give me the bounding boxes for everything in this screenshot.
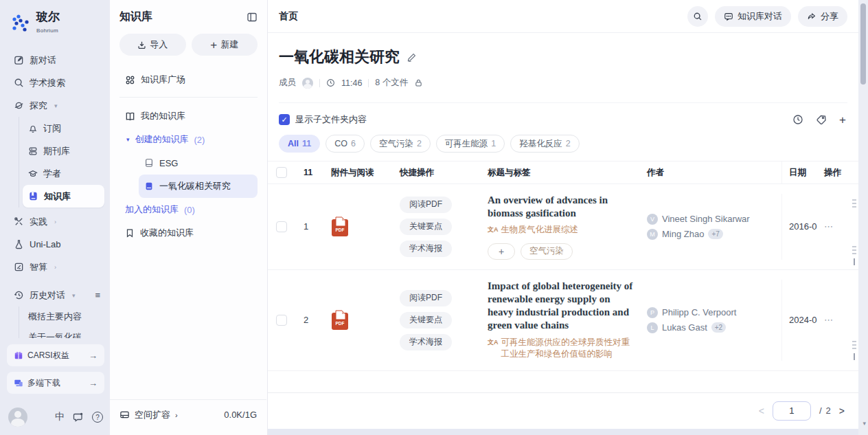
history-list-icon[interactable]: ≡ [95,290,100,300]
total-pages: 2 [826,405,831,416]
kb-plaza-item[interactable]: 知识库广场 [119,68,258,91]
favorite-kb-item[interactable]: 收藏的知识库 [119,221,258,245]
read-pdf-button[interactable]: 阅读PDF [400,290,452,306]
kb-item-esg[interactable]: ESG [139,151,258,175]
tag-pill[interactable]: 空气污染 [521,243,573,260]
sort-time-icon[interactable] [792,114,803,125]
table-row[interactable]: 2 PDF 阅读PDF 关键要点 学术海报 Impact of global h… [268,270,858,371]
collapse-panel-icon[interactable] [247,12,258,23]
prev-page-button[interactable]: < [759,405,764,416]
sidebar-item-practice[interactable]: 实践 › [8,210,104,233]
plaza-grid-icon [125,75,135,85]
select-all-checkbox[interactable] [276,167,287,178]
multi-device-download-button[interactable]: 多端下载 → [7,372,104,394]
more-authors-badge[interactable]: +7 [708,229,722,239]
scrollbar-down-arrow[interactable]: ▾ [863,420,866,427]
academic-poster-button[interactable]: 学术海报 [400,241,452,257]
promo-label: 多端下载 [27,377,84,389]
key-points-button[interactable]: 关键要点 [400,312,452,328]
filter-chip-air-pollution[interactable]: 空气污染 2 [370,135,431,153]
table-row[interactable]: 1 PDF 阅读PDF 关键要点 学术海报 An overview of adv… [268,184,858,270]
import-icon [137,41,146,49]
joined-kb-section[interactable]: 加入的知识库 (0) [119,198,258,221]
expand-storage-label: 空间扩容 [135,409,170,421]
sidebar-item-subscribe[interactable]: 订阅 [23,117,104,140]
tag-icon[interactable] [816,114,827,125]
clipped-column-hint [854,353,855,360]
author-name[interactable]: Lukas Gast [662,322,707,333]
import-button[interactable]: 导入 [119,34,186,56]
filter-chip-all[interactable]: All 11 [279,135,320,153]
row-checkbox[interactable] [276,315,287,326]
sidebar-item-unilab[interactable]: Uni-Lab [8,233,104,256]
search-button[interactable] [687,6,708,27]
sidebar-item-scholars[interactable]: 学者 [23,162,104,185]
share-button[interactable]: 分享 [798,6,847,27]
row-more-menu[interactable]: ⋯ [824,221,856,232]
paper-title[interactable]: Impact of global heterogeneity of renewa… [488,280,637,333]
feedback-chat-icon[interactable] [73,412,84,423]
show-subfolders-checkbox[interactable]: ✓ 显示子文件夹内容 [279,113,367,126]
sidebar-item-computing[interactable]: 智算 › [8,256,104,278]
sidebar-item-new-chat[interactable]: 新对话 [8,49,104,71]
paper-title-translated[interactable]: 文A 可再生能源供应的全球异质性对重工业生产和绿色价值链的影响 [488,337,637,361]
read-pdf-button[interactable]: 阅读PDF [400,197,452,213]
page-number-input[interactable] [773,401,811,421]
expand-storage-button[interactable]: 空间扩容 › [119,409,178,421]
edit-title-icon[interactable] [407,52,417,63]
brand-name: 玻尔 [36,11,60,23]
add-file-icon[interactable]: + [839,114,846,126]
my-kb-label: 我的知识库 [141,110,185,122]
vertical-scrollbar[interactable]: ▾ [858,0,868,435]
paper-title[interactable]: An overview of advances in biomass gasif… [488,194,637,220]
sidebar-item-journals[interactable]: 期刊库 [23,140,104,162]
user-avatar[interactable] [8,408,27,427]
member-avatar[interactable] [302,78,313,89]
filter-chip-renewable[interactable]: 可再生能源 1 [436,135,505,153]
my-kb-item[interactable]: 我的知识库 [119,104,258,128]
filter-chip-co[interactable]: CO 6 [326,135,365,153]
translated-text: 生物质气化进展综述 [501,224,579,236]
pdf-file-icon[interactable]: PDF [331,310,349,331]
next-page-button[interactable]: > [839,405,845,416]
chevron-down-icon: ▾ [54,102,58,109]
pdf-file-icon[interactable]: PDF [331,216,349,237]
kb-item-co-research[interactable]: 一氧化碳相关研究 [139,175,258,198]
add-tag-button[interactable]: + [488,243,515,260]
sidebar-item-history[interactable]: 历史对话 ▾ [8,284,76,306]
filter-chip-hydroxylation[interactable]: 羟基化反应 2 [510,135,579,153]
sidebar-item-academic-search[interactable]: 学术搜索 [8,71,104,94]
flask-icon [14,239,24,249]
author-name[interactable]: Philipp C. Verpoort [662,307,736,317]
created-kb-section[interactable]: ▾ 创建的知识库 (2) [119,128,258,151]
history-row: 历史对话 ▾ ≡ [8,284,104,306]
key-points-button[interactable]: 关键要点 [400,219,452,235]
scrollbar-thumb[interactable] [860,3,866,85]
horizontal-scrollbar[interactable] [268,429,858,435]
new-button[interactable]: + 新建 [192,34,258,56]
language-toggle[interactable]: 中 [55,411,65,423]
sidebar-item-label: 学术搜索 [30,77,65,89]
paper-title-translated[interactable]: 文A 生物质气化进展综述 [488,224,637,236]
more-authors-badge[interactable]: +2 [711,322,726,333]
col-date: 日期 [781,161,824,183]
col-title-tags: 标题与标签 [488,167,647,179]
favorite-kb-label: 收藏的知识库 [140,227,194,239]
updated-time: 11:46 [341,78,362,88]
author-name[interactable]: Vineet Singh Sikarwar [662,214,750,224]
history-item-clipped[interactable]: 关于一氧化碳 [23,327,104,338]
sidebar-item-label: 新对话 [30,54,56,67]
brand-logo[interactable]: 玻尔 Bohrium [11,11,104,35]
help-icon[interactable]: ? [92,412,103,423]
row-checkbox[interactable] [276,221,287,232]
clipped-column-hint [852,246,856,256]
row-more-menu[interactable]: ⋯ [824,315,856,325]
academic-poster-button[interactable]: 学术海报 [400,334,452,350]
history-item[interactable]: 概括主要内容 [23,306,104,327]
author-name[interactable]: Ming Zhao [662,229,704,239]
table-header: 11 附件与阅读 快捷操作 标题与标签 作者 日期 操作 [268,161,858,184]
sidebar-item-knowledge-base[interactable]: 知识库 [23,185,104,208]
kb-chat-button[interactable]: 知识库对话 [715,6,791,27]
sidebar-item-explore[interactable]: 探究 ▾ [8,94,104,117]
carsi-benefits-button[interactable]: CARSI权益 → [7,344,104,366]
